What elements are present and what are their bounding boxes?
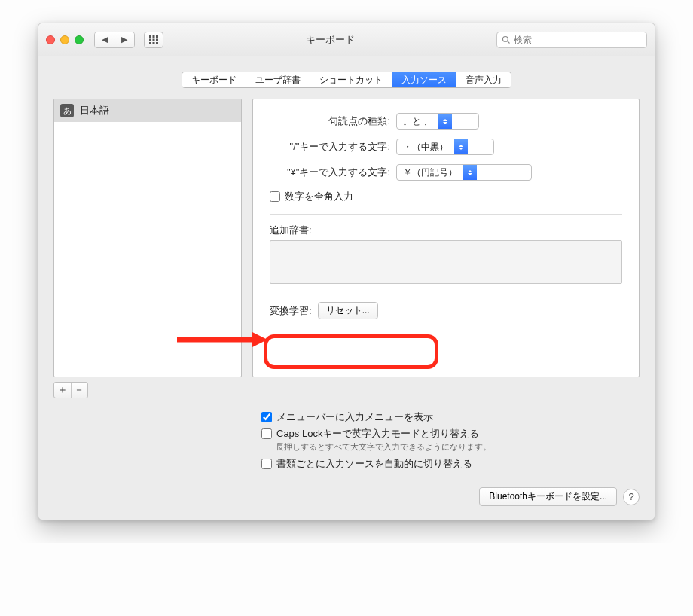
- yen-key-label: "¥"キーで入力する文字:: [270, 166, 390, 179]
- close-icon[interactable]: [46, 35, 55, 44]
- svg-rect-3: [149, 38, 151, 41]
- traffic-lights: [46, 35, 84, 44]
- tab-bar: キーボード ユーザ辞書 ショートカット 入力ソース 音声入力: [38, 72, 655, 88]
- divider: [270, 214, 622, 215]
- chevron-updown-icon: [454, 139, 468, 154]
- show-menu-input[interactable]: [261, 412, 272, 422]
- content-area: あ 日本語 ＋ － 句読点の種類: 。と 、 "/"キーで入力する文字: ・: [38, 99, 655, 406]
- tab-input-sources[interactable]: 入力ソース: [392, 72, 456, 87]
- svg-rect-2: [156, 35, 158, 38]
- caps-switch-input[interactable]: [261, 428, 272, 439]
- settings-pane: 句読点の種類: 。と 、 "/"キーで入力する文字: ・（中黒） "¥"キーで入…: [252, 99, 640, 377]
- punctuation-select[interactable]: 。と 、: [396, 113, 479, 130]
- punctuation-label: 句読点の種類:: [270, 114, 390, 128]
- svg-line-10: [508, 41, 510, 43]
- remove-source-button[interactable]: －: [72, 383, 88, 398]
- forward-button[interactable]: ▶: [114, 32, 134, 47]
- svg-point-9: [503, 36, 508, 41]
- per-doc-input[interactable]: [261, 459, 272, 469]
- svg-rect-0: [149, 35, 151, 38]
- svg-rect-5: [156, 38, 158, 41]
- input-source-sidebar: あ 日本語 ＋ －: [53, 99, 242, 398]
- add-remove-segment: ＋ －: [53, 382, 88, 398]
- svg-rect-6: [149, 42, 151, 44]
- add-source-button[interactable]: ＋: [54, 383, 72, 398]
- per-doc-checkbox[interactable]: 書類ごとに入力ソースを自動的に切り替える: [261, 456, 632, 472]
- caps-hint: 長押しするとすべて大文字で入力できるようになります。: [261, 441, 632, 453]
- help-button[interactable]: ?: [623, 489, 640, 505]
- search-input[interactable]: [514, 35, 642, 45]
- sidebar-item-label: 日本語: [80, 104, 109, 117]
- sidebar-item-japanese[interactable]: あ 日本語: [54, 99, 241, 122]
- zoom-icon[interactable]: [75, 35, 84, 44]
- svg-rect-1: [153, 35, 155, 38]
- bluetooth-setup-button[interactable]: Bluetoothキーボードを設定...: [479, 487, 617, 506]
- additional-dict-label: 追加辞書:: [270, 224, 622, 237]
- lower-options: メニューバーに入力メニューを表示 Caps Lockキーで英字入力モードと切り替…: [38, 406, 655, 478]
- preferences-window: ◀ ▶ キーボード キーボード ユーザ辞書 ショートカット 入力ソース 音声入力…: [38, 23, 655, 520]
- svg-rect-7: [153, 42, 155, 44]
- yen-key-select[interactable]: ￥（円記号）: [396, 164, 532, 181]
- svg-rect-4: [153, 38, 155, 41]
- nav-segment: ◀ ▶: [94, 32, 135, 48]
- show-all-button[interactable]: [144, 32, 163, 48]
- tab-user-dict[interactable]: ユーザ辞書: [246, 72, 310, 87]
- tab-keyboard[interactable]: キーボード: [182, 72, 246, 87]
- conversion-learning-label: 変換学習:: [270, 304, 312, 318]
- fullwidth-digits-checkbox[interactable]: 数字を全角入力: [270, 190, 622, 203]
- svg-marker-12: [252, 332, 267, 347]
- tab-shortcuts[interactable]: ショートカット: [310, 72, 392, 87]
- window-title: キーボード: [168, 33, 492, 47]
- show-menu-checkbox[interactable]: メニューバーに入力メニューを表示: [261, 409, 632, 425]
- slash-key-select[interactable]: ・（中黒）: [396, 139, 494, 155]
- chevron-updown-icon: [463, 165, 477, 180]
- svg-rect-8: [156, 42, 158, 44]
- reset-button[interactable]: リセット...: [318, 302, 378, 319]
- chevron-updown-icon: [438, 114, 452, 129]
- additional-dict-box[interactable]: [270, 240, 622, 284]
- tab-dictation[interactable]: 音声入力: [456, 72, 511, 87]
- footer: Bluetoothキーボードを設定... ?: [38, 478, 655, 520]
- japanese-icon: あ: [60, 104, 74, 117]
- search-icon: [502, 35, 511, 44]
- minimize-icon[interactable]: [60, 35, 69, 44]
- search-field[interactable]: [496, 32, 647, 48]
- slash-key-label: "/"キーで入力する文字:: [270, 140, 390, 154]
- fullwidth-digits-input[interactable]: [270, 191, 280, 202]
- annotation-callout: [264, 334, 438, 369]
- input-source-list[interactable]: あ 日本語: [53, 99, 242, 377]
- titlebar: ◀ ▶ キーボード: [38, 23, 655, 56]
- caps-switch-checkbox[interactable]: Caps Lockキーで英字入力モードと切り替える: [261, 425, 632, 442]
- back-button[interactable]: ◀: [95, 32, 114, 47]
